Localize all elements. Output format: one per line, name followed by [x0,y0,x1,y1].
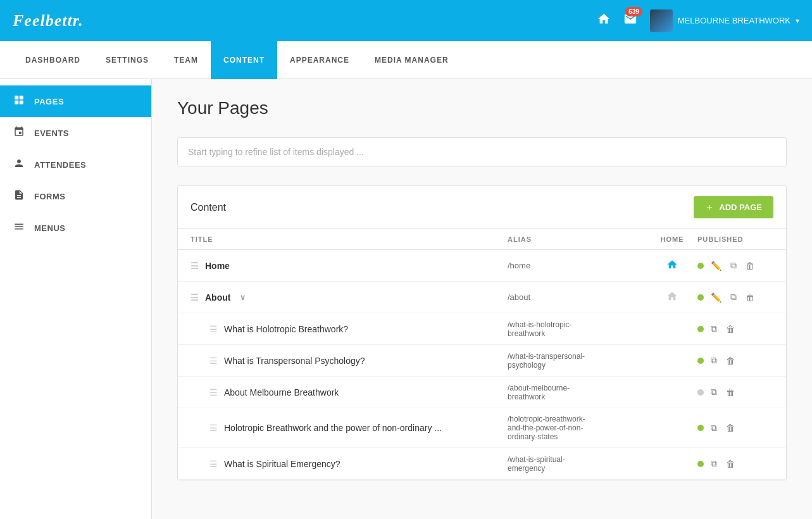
menus-icon [13,221,25,235]
published-dot [697,326,704,332]
content-section-header: Content ADD PAGE [178,186,786,229]
pages-icon [13,94,25,108]
copy-icon[interactable]: ⧉ [709,353,719,368]
drag-handle[interactable]: ☰ [191,261,199,271]
add-icon [705,203,714,212]
row-alias-about: /about [508,292,647,302]
sidebar-item-forms-label: FORMS [34,192,65,201]
home-inactive-icon [666,291,678,304]
edit-icon[interactable]: ✏️ [709,259,723,273]
add-page-button[interactable]: ADD PAGE [694,196,773,218]
nav-team[interactable]: TEAM [161,41,211,79]
events-icon [13,126,25,140]
copy-icon[interactable]: ⧉ [709,322,719,336]
row-home-home [647,259,697,273]
expand-icon[interactable]: ∨ [240,293,246,302]
table-header: TITLE ALIAS HOME PUBLISHED [178,229,786,250]
row-actions-about-melb: ⧉ 🗑 [697,385,773,399]
published-dot [697,461,704,467]
drag-handle[interactable]: ☰ [209,423,218,433]
sidebar-item-events-label: EVENTS [34,128,69,138]
sidebar-item-pages-label: PAGES [34,97,64,106]
delete-icon[interactable]: 🗑 [744,259,756,273]
home-active-icon [666,259,678,273]
svg-rect-1 [20,96,23,99]
row-alias-spiritual: /what-is-spiritual-emergency [508,455,647,473]
row-title-holotropic: ☰ What is Holotropic Breathwork? [209,324,508,334]
page-title: Your Pages [177,98,787,118]
home-nav-icon[interactable] [597,12,611,29]
drag-handle[interactable]: ☰ [209,459,218,469]
nav-settings[interactable]: SETTINGS [93,41,161,79]
row-alias-transpersonal: /what-is-transpersonal-psychology [508,352,647,370]
table-row: ☰ What is Spiritual Emergency? /what-is-… [178,448,786,480]
row-actions-about: ✏️ ⧉ 🗑 [697,290,773,304]
search-bar[interactable]: Start typing to refine list of items dis… [177,137,787,166]
user-name: MELBOURNE BREATHWORK [678,16,790,25]
sidebar-item-events[interactable]: EVENTS [0,117,151,149]
sidebar-item-menus[interactable]: MENUS [0,212,151,244]
header: Feelbettr. 639 MELBOURNE BREATHWORK ▾ [0,0,812,41]
delete-icon[interactable]: 🗑 [724,322,737,336]
col-home: HOME [647,235,697,243]
sidebar-item-pages[interactable]: PAGES [0,85,151,117]
table-row: ☰ What is Transpersonal Psychology? /wha… [178,345,786,377]
published-dot [697,263,704,269]
nav-media-manager[interactable]: MEDIA MANAGER [362,41,461,79]
published-dot [697,294,704,301]
sidebar-item-menus-label: MENUS [34,223,65,233]
row-title-about-melb: ☰ About Melbourne Breathwork [209,387,508,397]
row-actions-home: ✏️ ⧉ 🗑 [697,258,773,273]
user-menu[interactable]: MELBOURNE BREATHWORK ▾ [650,9,799,32]
edit-icon[interactable]: ✏️ [709,291,723,304]
published-dot [697,358,704,364]
nav-dashboard[interactable]: DASHBOARD [13,41,93,79]
row-alias-home: /home [508,261,647,270]
table-row: ☰ Holotropic Breathwork and the power of… [178,408,786,448]
attendees-icon [13,158,25,172]
row-actions-spiritual: ⧉ 🗑 [697,456,773,471]
row-alias-holotropic: /what-is-holotropic-breathwork [508,320,647,338]
sidebar: PAGES EVENTS ATTENDEES FORMS MENUS [0,79,152,519]
col-title: TITLE [191,235,508,243]
logo: Feelbettr. [13,11,84,30]
drag-handle[interactable]: ☰ [191,292,199,303]
row-alias-about-melb: /about-melbourne-breathwork [508,384,647,401]
delete-icon[interactable]: 🗑 [724,421,737,435]
table-row: ☰ Home /home ✏️ ⧉ 🗑 [178,250,786,282]
content-section: Content ADD PAGE TITLE ALIAS HOME PUBLIS… [177,185,787,480]
sidebar-item-attendees-label: ATTENDEES [34,160,86,170]
delete-icon[interactable]: 🗑 [724,354,737,368]
copy-icon[interactable]: ⧉ [709,421,719,435]
table-row: ☰ What is Holotropic Breathwork? /what-i… [178,313,786,345]
col-published: PUBLISHED [697,235,773,243]
layout: PAGES EVENTS ATTENDEES FORMS MENUS [0,79,812,519]
sidebar-item-forms[interactable]: FORMS [0,180,151,212]
forms-icon [13,189,25,203]
row-actions-holotropic: ⧉ 🗑 [697,322,773,336]
delete-icon[interactable]: 🗑 [724,385,737,399]
nav-appearance[interactable]: APPEARANCE [277,41,362,79]
copy-icon[interactable]: ⧉ [728,258,739,273]
header-right: 639 MELBOURNE BREATHWORK ▾ [597,9,799,32]
copy-icon[interactable]: ⧉ [709,456,719,471]
row-title-spiritual: ☰ What is Spiritual Emergency? [209,459,508,469]
messages-icon[interactable]: 639 [623,12,637,29]
drag-handle[interactable]: ☰ [209,356,218,366]
nav-content[interactable]: CONTENT [211,41,277,79]
copy-icon[interactable]: ⧉ [709,385,719,399]
delete-icon[interactable]: 🗑 [744,291,756,304]
main-content: Your Pages Start typing to refine list o… [152,79,812,519]
avatar [650,9,673,32]
copy-icon[interactable]: ⧉ [728,290,739,304]
row-actions-transpersonal: ⧉ 🗑 [697,353,773,368]
delete-icon[interactable]: 🗑 [724,457,737,471]
table-row: ☰ About Melbourne Breathwork /about-melb… [178,377,786,408]
row-title-home: ☰ Home [191,261,508,271]
drag-handle[interactable]: ☰ [209,387,218,397]
drag-handle[interactable]: ☰ [209,324,218,334]
sidebar-item-attendees[interactable]: ATTENDEES [0,149,151,180]
row-title-about: ☰ About ∨ [191,292,508,303]
row-title-power: ☰ Holotropic Breathwork and the power of… [209,423,508,433]
notification-badge: 639 [625,7,642,16]
